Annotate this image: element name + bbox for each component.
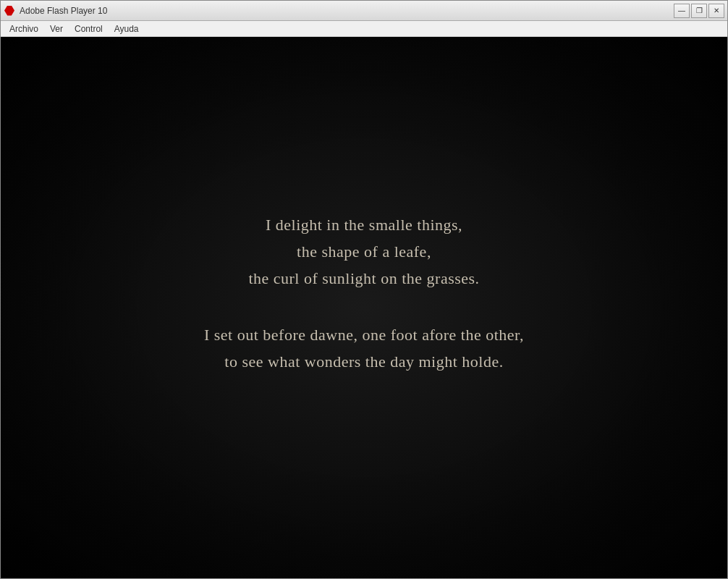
close-button[interactable]: ✕	[708, 4, 724, 18]
menu-ayuda[interactable]: Ayuda	[109, 22, 145, 35]
menu-bar: Archivo Ver Control Ayuda	[1, 21, 727, 37]
poem-line-1-2: the shape of a leafe,	[204, 238, 524, 265]
poem-line-2-2: to see what wonders the day might holde.	[204, 348, 524, 375]
poem-line-1-3: the curl of sunlight on the grasses.	[204, 265, 524, 292]
window-title: Adobe Flash Player 10	[20, 6, 107, 16]
poem-line-1-1: I delight in the smalle things,	[204, 211, 524, 238]
title-bar-buttons: — ❐ ✕	[674, 4, 724, 18]
menu-ver[interactable]: Ver	[44, 22, 69, 35]
poem-container: I delight in the smalle things, the shap…	[204, 211, 524, 405]
app-icon	[4, 5, 15, 17]
title-bar: Adobe Flash Player 10 — ❐ ✕	[1, 1, 727, 21]
poem-stanza-2: I set out before dawne, one foot afore t…	[204, 321, 524, 376]
minimize-button[interactable]: —	[674, 4, 690, 18]
flash-canvas: I delight in the smalle things, the shap…	[1, 37, 727, 578]
menu-archivo[interactable]: Archivo	[4, 22, 44, 35]
menu-control[interactable]: Control	[69, 22, 109, 35]
title-bar-left: Adobe Flash Player 10	[4, 5, 107, 17]
poem-line-2-1: I set out before dawne, one foot afore t…	[204, 321, 524, 348]
main-window: Adobe Flash Player 10 — ❐ ✕ Archivo Ver …	[0, 0, 728, 579]
restore-button[interactable]: ❐	[691, 4, 707, 18]
flash-logo-icon	[4, 6, 14, 16]
poem-stanza-1: I delight in the smalle things, the shap…	[204, 211, 524, 292]
